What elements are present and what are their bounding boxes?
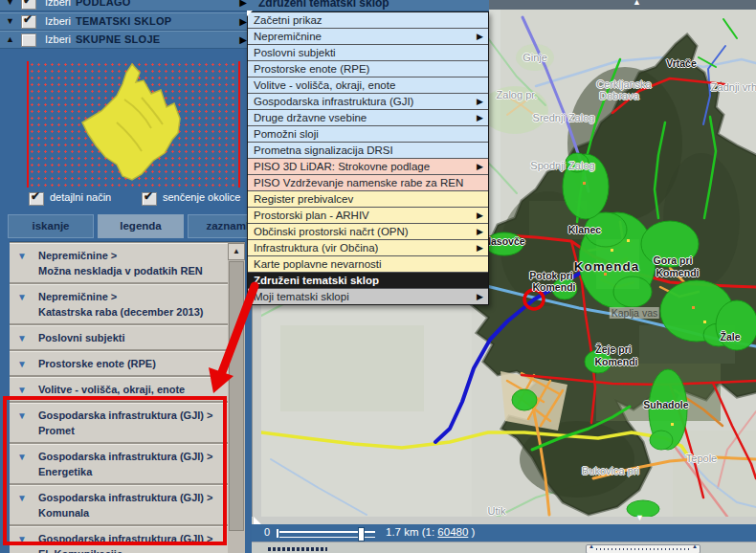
menu-item[interactable]: Druge državne vsebine▶: [248, 110, 488, 126]
menu-item[interactable]: Prostorski plan - ARHIV▶: [248, 208, 488, 224]
menu-item[interactable]: Infrastruktura (vir Občina)▶: [248, 240, 488, 256]
expander-triangle-icon[interactable]: ▼: [6, 16, 14, 27]
hillshade-label: senčenje okolice: [163, 191, 240, 203]
legend-scrollbar[interactable]: ▲: [228, 243, 245, 553]
scale-distance: 1.7 km: [386, 526, 419, 538]
submenu-arrow-icon: ▶: [477, 110, 483, 125]
pager-left-icon[interactable]: ▲: [589, 543, 594, 549]
overview-municipality-shape: [29, 61, 238, 184]
menu-title-bar[interactable]: Združeni tematski sklop: [247, 0, 489, 11]
tab-iskanje[interactable]: iskanje: [8, 214, 94, 238]
submenu-arrow-icon: ▶: [477, 159, 483, 174]
menu-item[interactable]: Gospodarska infrastruktura (GJI)▶: [248, 94, 488, 110]
collapse-triangle-icon[interactable]: ▼: [17, 290, 27, 305]
submenu-arrow-icon: ▶: [477, 29, 483, 44]
resize-corner-icon[interactable]: [254, 517, 261, 524]
scale-slider-track[interactable]: [279, 531, 375, 538]
menu-item[interactable]: PISO Vzdrževanje namenske rabe za REN: [248, 175, 488, 191]
tab-legenda[interactable]: legenda: [98, 214, 184, 238]
scale-ratio-suffix: ): [472, 526, 476, 538]
pager-dots: [596, 548, 690, 550]
menu-item[interactable]: Začetni prikaz: [248, 12, 488, 29]
sidebar-tabs: iskanjelegendazaznamki: [8, 214, 252, 238]
expander-triangle-icon[interactable]: ▼: [6, 0, 14, 8]
collapse-triangle-icon[interactable]: ▼: [17, 249, 27, 264]
layer-group-header[interactable]: ▼IzberiTEMATSKI SKLOP▶: [0, 12, 252, 31]
menu-item[interactable]: Nepremičnine▶: [248, 29, 488, 45]
scale-zero-label: 0: [264, 526, 270, 538]
submenu-arrow-icon: ▶: [477, 240, 483, 255]
legend-item[interactable]: ▼Poslovni subjekti: [10, 325, 228, 349]
submenu-arrow-icon[interactable]: ▶: [239, 16, 247, 27]
scale-ratio-prefix: (1:: [422, 526, 434, 538]
menu-item[interactable]: Občinski prostorski načrt (OPN)▶: [248, 224, 488, 240]
highlight-rectangle-annotation: [3, 396, 227, 545]
menu-item[interactable]: Volitve - volišča, okraji, enote: [248, 77, 488, 94]
scale-readout: 1.7 km (1: 60480 ): [386, 526, 475, 538]
layer-group-header[interactable]: ▲IzberiSKUPNE SLOJE▶: [0, 31, 252, 49]
clipped-panel-title: [268, 547, 327, 551]
pager-right-icon[interactable]: ▲: [692, 543, 698, 549]
expander-triangle-icon[interactable]: ▲: [6, 34, 14, 45]
scroll-up-icon[interactable]: ▲: [228, 243, 245, 260]
menu-item[interactable]: Združeni tematski sklop: [248, 273, 488, 289]
menu-item[interactable]: Prometna signalizacija DRSI: [248, 143, 488, 159]
map-collapse-bar-top[interactable]: ▲: [489, 0, 756, 10]
submenu-arrow-icon[interactable]: ▶: [239, 0, 247, 8]
menu-item[interactable]: Prostorske enote (RPE): [248, 61, 488, 77]
collapse-up-icon[interactable]: ▲: [633, 0, 641, 7]
menu-item[interactable]: PISO 3D LiDAR: Strokovne podlage▶: [248, 159, 488, 175]
submenu-arrow-icon[interactable]: ▶: [239, 34, 247, 45]
submenu-arrow-icon: ▶: [477, 289, 483, 304]
layer-group-checkbox[interactable]: [21, 15, 36, 29]
collapse-down-icon[interactable]: ▼: [635, 513, 644, 522]
layer-group-label: IzberiTEMATSKI SKLOP: [45, 15, 171, 27]
menu-item[interactable]: Register prebivalcev: [248, 191, 488, 208]
collapse-triangle-icon[interactable]: ▼: [17, 331, 27, 346]
layer-group-checkbox[interactable]: [21, 0, 36, 10]
submenu-arrow-icon: ▶: [477, 208, 483, 223]
submenu-arrow-icon: ▶: [477, 224, 483, 239]
thematic-set-menu: Združeni tematski sklop Začetni prikazNe…: [247, 0, 489, 305]
legend-item[interactable]: ▼Nepremičnine >Katastrska raba (december…: [10, 284, 228, 323]
hillshade-checkbox[interactable]: [142, 192, 157, 206]
layer-group-headers: ▼IzberiPODLAGO▶▼IzberiTEMATSKI SKLOP▶▲Iz…: [0, 0, 252, 49]
layer-group-checkbox[interactable]: [21, 33, 36, 47]
submenu-arrow-icon: ▶: [477, 94, 483, 109]
layer-group-label: IzberiSKUPNE SLOJE: [45, 33, 160, 45]
menu-item[interactable]: Moji tematski sklopi▶: [248, 289, 488, 304]
detail-mode-label: detajlni način: [50, 191, 111, 203]
menu-item-list: Začetni prikazNepremičnine▶Poslovni subj…: [247, 11, 489, 305]
legend-item[interactable]: ▼Prostorske enote (RPE): [10, 351, 228, 375]
map-statusbar: 0 1.7 km (1: 60480 ): [252, 524, 756, 542]
tab-zaznamki[interactable]: zaznamki: [188, 214, 252, 238]
map-collapse-bar-bottom[interactable]: ▼: [252, 517, 756, 524]
menu-item[interactable]: Karte poplavne nevarnosti: [248, 256, 488, 273]
menu-item[interactable]: Poslovni subjekti: [248, 45, 488, 61]
scrollbar-thumb[interactable]: [229, 261, 244, 531]
horizontal-pager[interactable]: ▲ ▲: [586, 544, 700, 553]
detail-mode-checkbox[interactable]: [29, 192, 44, 206]
legend-item[interactable]: ▼Nepremičnine >Možna neskladja v podatki…: [10, 243, 228, 282]
scale-slider-handle[interactable]: [358, 527, 365, 542]
collapse-triangle-icon[interactable]: ▼: [17, 357, 27, 372]
bottom-strip: ▲ ▲: [252, 542, 756, 553]
layer-group-header[interactable]: ▼IzberiPODLAGO▶: [0, 0, 252, 12]
scale-ratio-link[interactable]: 60480: [437, 526, 468, 538]
overview-map[interactable]: [27, 61, 240, 188]
layer-group-label: IzberiPODLAGO: [45, 0, 131, 8]
piso-gis-app: { "sidebar": { "headers": [ {"prefix": "…: [0, 0, 756, 553]
menu-title-label: Združeni tematski sklop: [258, 0, 389, 10]
menu-item[interactable]: Pomožni sloji: [248, 126, 488, 143]
